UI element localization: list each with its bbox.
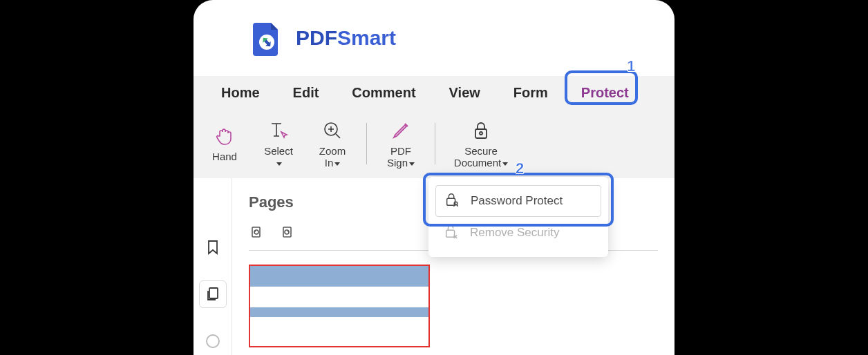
menu-protect[interactable]: Protect [565,76,645,109]
app-header: PDFSmart [194,0,674,76]
dropdown-password-protect[interactable]: Password Protect [435,185,601,217]
chevron-down-icon [276,162,282,166]
text-select-icon [267,119,290,142]
lock-person-icon [444,192,460,211]
menu-comment[interactable]: Comment [335,76,432,109]
ribbon-secure-document[interactable]: SecureDocument [445,116,517,172]
ribbon-toolbar: Hand Select ZoomIn [194,109,674,178]
lock-remove-icon [444,224,459,242]
svg-point-5 [207,335,219,347]
ribbon-select-label: Select [264,145,293,157]
page-thumbnail[interactable] [249,265,430,347]
main-menubar: Home Edit Comment View Form Protect [194,76,674,109]
zoom-in-icon [321,119,344,142]
thumbnail-content [249,265,430,287]
callout-badge-2: 2 [510,159,529,178]
ribbon-sign-label1: PDF [390,145,411,157]
svg-point-3 [480,132,482,135]
hand-icon [213,124,236,148]
bookmark-icon [205,239,221,256]
pen-icon [389,119,413,142]
secure-document-dropdown: Password Protect Remove Security [428,177,608,257]
ribbon-sign-label2: Sign [387,157,408,169]
ribbon-zoom-label2: In [325,157,334,169]
chevron-down-icon [334,162,340,166]
rail-more[interactable] [199,327,227,355]
pages-icon [205,286,221,303]
svg-rect-12 [446,230,455,237]
rail-pages[interactable] [199,280,227,308]
callout-badge-1: 1 [621,57,641,76]
svg-rect-4 [209,288,218,298]
menu-view[interactable]: View [433,76,497,109]
chevron-down-icon [502,162,508,166]
dropdown-remove-security: Remove Security [435,217,601,249]
menu-edit[interactable]: Edit [276,76,336,109]
ribbon-secure-label1: Secure [464,145,498,157]
logo-text-pdf: PDF [296,26,337,49]
side-rail [194,178,232,355]
chevron-down-icon [409,162,415,166]
pdfsmart-logo-icon [249,20,285,56]
app-title: PDFSmart [296,26,396,50]
rail-bookmarks[interactable] [199,233,227,261]
dropdown-remove-security-label: Remove Security [470,226,559,240]
thumbnail-content [249,307,430,317]
face-icon [205,333,221,349]
menu-home[interactable]: Home [205,76,276,109]
logo-text-smart: Smart [337,26,396,49]
ribbon-separator [435,123,435,164]
ribbon-hand[interactable]: Hand [200,122,249,165]
ribbon-zoom-label1: Zoom [319,145,346,157]
ribbon-select[interactable]: Select [254,116,303,172]
ribbon-zoom-in[interactable]: ZoomIn [308,116,357,172]
ribbon-separator [366,123,367,164]
ribbon-secure-label2: Document [454,157,501,169]
menu-form[interactable]: Form [497,76,565,109]
ribbon-hand-label: Hand [212,151,237,162]
ribbon-pdf-sign[interactable]: PDFSign [377,116,425,172]
page-tool-rotate-left[interactable] [249,224,265,243]
svg-rect-2 [475,129,487,138]
lock-icon [469,119,493,142]
page-tool-rotate-right[interactable] [278,224,294,243]
dropdown-password-protect-label: Password Protect [471,194,563,208]
